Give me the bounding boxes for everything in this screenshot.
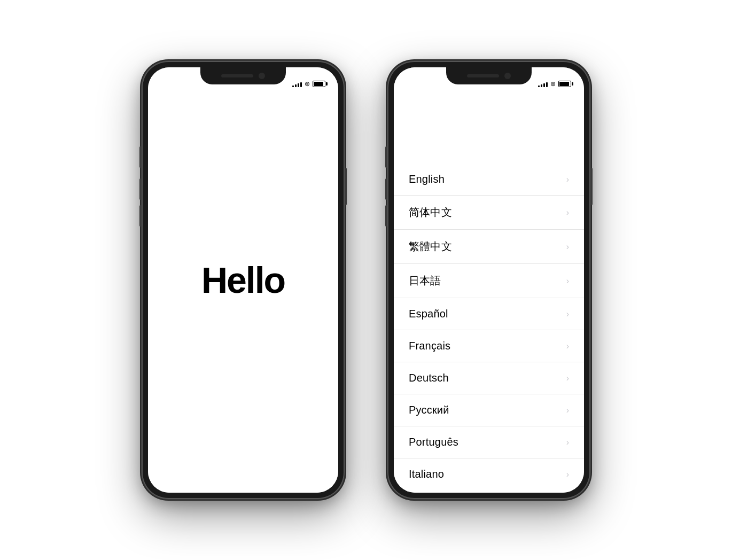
language-item-portuguese[interactable]: Português› bbox=[394, 426, 584, 458]
status-icons-left: ⊛ bbox=[292, 80, 325, 88]
wifi-icon-left: ⊛ bbox=[305, 80, 310, 88]
language-name-english: English bbox=[409, 173, 445, 185]
wifi-icon-right: ⊛ bbox=[550, 80, 556, 88]
language-screen-content: English›简体中文›繁體中文›日本語›Español›Français›D… bbox=[394, 67, 584, 493]
phones-container: ⊛ Hello bbox=[0, 0, 732, 560]
camera-right bbox=[504, 73, 511, 79]
chevron-icon-french: › bbox=[566, 341, 569, 351]
chevron-icon-italian: › bbox=[566, 470, 569, 479]
chevron-icon-spanish: › bbox=[566, 309, 569, 319]
camera-left bbox=[259, 73, 265, 79]
iphone-hello: ⊛ Hello bbox=[142, 61, 345, 499]
language-name-german: Deutsch bbox=[409, 372, 449, 384]
chevron-icon-german: › bbox=[566, 374, 569, 383]
language-name-spanish: Español bbox=[409, 308, 448, 320]
iphone-languages: ⊛ English›简体中文›繁體中文›日本語›Español›Français… bbox=[387, 61, 590, 499]
language-list: English›简体中文›繁體中文›日本語›Español›Français›D… bbox=[394, 164, 584, 493]
chevron-icon-russian: › bbox=[566, 406, 569, 415]
chevron-icon-traditional-chinese: › bbox=[566, 242, 569, 252]
language-name-italian: Italiano bbox=[409, 468, 444, 480]
status-icons-right: ⊛ bbox=[538, 80, 571, 88]
battery-icon-left bbox=[313, 81, 325, 87]
hello-text: Hello bbox=[201, 259, 285, 301]
iphone-languages-screen: ⊛ English›简体中文›繁體中文›日本語›Español›Français… bbox=[394, 67, 584, 493]
language-item-italian[interactable]: Italiano› bbox=[394, 458, 584, 490]
language-item-simplified-chinese[interactable]: 简体中文› bbox=[394, 196, 584, 230]
signal-bar-r3 bbox=[543, 83, 545, 87]
signal-bar-2 bbox=[295, 84, 297, 87]
signal-bars-left bbox=[292, 81, 302, 87]
speaker-right bbox=[467, 74, 499, 77]
signal-bars-right bbox=[538, 81, 548, 87]
language-name-traditional-chinese: 繁體中文 bbox=[409, 239, 452, 254]
signal-bar-r4 bbox=[546, 82, 548, 87]
language-item-japanese[interactable]: 日本語› bbox=[394, 264, 584, 298]
language-item-traditional-chinese[interactable]: 繁體中文› bbox=[394, 230, 584, 264]
chevron-icon-japanese: › bbox=[566, 276, 569, 286]
chevron-icon-english: › bbox=[566, 175, 569, 184]
signal-bar-1 bbox=[292, 85, 294, 87]
language-item-russian[interactable]: Русский› bbox=[394, 394, 584, 426]
speaker-left bbox=[221, 74, 253, 77]
signal-bar-r2 bbox=[541, 84, 542, 87]
signal-bar-3 bbox=[298, 83, 299, 87]
language-item-french[interactable]: Français› bbox=[394, 330, 584, 362]
language-name-japanese: 日本語 bbox=[409, 274, 441, 288]
signal-bar-4 bbox=[300, 82, 302, 87]
language-name-russian: Русский bbox=[409, 404, 449, 416]
language-item-german[interactable]: Deutsch› bbox=[394, 362, 584, 394]
chevron-icon-portuguese: › bbox=[566, 438, 569, 447]
notch-right bbox=[446, 67, 532, 84]
battery-icon-right bbox=[558, 81, 571, 87]
language-item-spanish[interactable]: Español› bbox=[394, 298, 584, 330]
language-name-portuguese: Português bbox=[409, 436, 458, 448]
language-name-french: Français bbox=[409, 340, 450, 352]
chevron-icon-simplified-chinese: › bbox=[566, 208, 569, 217]
language-item-english[interactable]: English› bbox=[394, 164, 584, 196]
signal-bar-r1 bbox=[538, 85, 540, 87]
battery-fill-right bbox=[559, 82, 569, 86]
iphone-hello-screen: ⊛ Hello bbox=[148, 67, 338, 493]
language-name-simplified-chinese: 简体中文 bbox=[409, 205, 452, 220]
battery-fill-left bbox=[314, 82, 323, 86]
hello-screen-content: Hello bbox=[148, 67, 338, 493]
notch-left bbox=[200, 67, 286, 84]
